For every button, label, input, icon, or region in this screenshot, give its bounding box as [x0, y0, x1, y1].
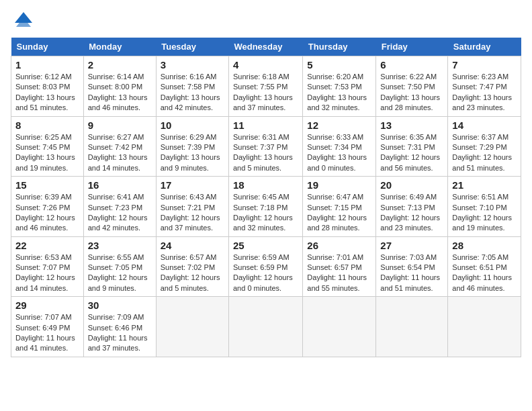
calendar-cell: 23 Sunrise: 6:55 AM Sunset: 7:05 PM Dayl… — [83, 236, 156, 297]
day-number: 3 — [161, 59, 224, 71]
day-number: 22 — [15, 240, 79, 251]
logo — [11, 11, 34, 31]
day-number: 28 — [452, 240, 517, 251]
day-number: 9 — [88, 120, 152, 131]
day-info: Sunrise: 6:49 AM Sunset: 7:13 PM Dayligh… — [380, 192, 443, 234]
day-info: Sunrise: 6:35 AM Sunset: 7:31 PM Dayligh… — [380, 132, 443, 174]
day-info: Sunrise: 6:59 AM Sunset: 6:59 PM Dayligh… — [233, 253, 298, 294]
day-header-tuesday: Tuesday — [156, 38, 228, 56]
calendar-cell: 30 Sunrise: 7:09 AM Sunset: 6:46 PM Dayl… — [83, 297, 156, 357]
day-info: Sunrise: 6:27 AM Sunset: 7:42 PM Dayligh… — [88, 132, 152, 174]
day-info: Sunrise: 6:43 AM Sunset: 7:21 PM Dayligh… — [161, 192, 224, 234]
day-number: 5 — [307, 59, 371, 71]
calendar-cell: 28 Sunrise: 7:05 AM Sunset: 6:51 PM Dayl… — [448, 236, 521, 297]
day-info: Sunrise: 7:05 AM Sunset: 6:51 PM Dayligh… — [452, 253, 517, 294]
calendar-cell: 16 Sunrise: 6:41 AM Sunset: 7:23 PM Dayl… — [83, 177, 156, 237]
calendar-week-4: 22 Sunrise: 6:53 AM Sunset: 7:07 PM Dayl… — [11, 236, 521, 297]
day-number: 4 — [233, 59, 298, 71]
day-info: Sunrise: 7:01 AM Sunset: 6:57 PM Dayligh… — [307, 253, 371, 294]
calendar-cell: 18 Sunrise: 6:45 AM Sunset: 7:18 PM Dayl… — [228, 177, 302, 237]
calendar-cell: 20 Sunrise: 6:49 AM Sunset: 7:13 PM Dayl… — [376, 177, 448, 237]
day-info: Sunrise: 6:29 AM Sunset: 7:39 PM Dayligh… — [161, 132, 224, 174]
day-info: Sunrise: 7:03 AM Sunset: 6:54 PM Dayligh… — [380, 253, 443, 294]
day-info: Sunrise: 6:45 AM Sunset: 7:18 PM Dayligh… — [233, 192, 298, 234]
day-info: Sunrise: 6:57 AM Sunset: 7:02 PM Dayligh… — [161, 253, 224, 294]
day-number: 26 — [307, 240, 371, 251]
day-info: Sunrise: 6:55 AM Sunset: 7:05 PM Dayligh… — [88, 253, 152, 294]
calendar-cell: 5 Sunrise: 6:20 AM Sunset: 7:53 PM Dayli… — [303, 56, 376, 117]
calendar-cell: 25 Sunrise: 6:59 AM Sunset: 6:59 PM Dayl… — [228, 236, 302, 297]
day-info: Sunrise: 7:07 AM Sunset: 6:49 PM Dayligh… — [15, 312, 79, 354]
calendar-cell: 7 Sunrise: 6:23 AM Sunset: 7:47 PM Dayli… — [448, 56, 521, 117]
page-header — [11, 11, 521, 31]
calendar-cell: 22 Sunrise: 6:53 AM Sunset: 7:07 PM Dayl… — [11, 236, 84, 297]
calendar-cell: 9 Sunrise: 6:27 AM Sunset: 7:42 PM Dayli… — [83, 116, 156, 177]
calendar-cell: 14 Sunrise: 6:37 AM Sunset: 7:29 PM Dayl… — [448, 116, 521, 177]
day-info: Sunrise: 6:22 AM Sunset: 7:50 PM Dayligh… — [380, 72, 443, 113]
day-number: 23 — [88, 240, 152, 251]
day-number: 10 — [161, 120, 224, 131]
day-number: 24 — [161, 240, 224, 251]
day-info: Sunrise: 6:18 AM Sunset: 7:55 PM Dayligh… — [233, 72, 298, 113]
day-info: Sunrise: 6:39 AM Sunset: 7:26 PM Dayligh… — [15, 192, 79, 234]
day-info: Sunrise: 6:12 AM Sunset: 8:03 PM Dayligh… — [15, 72, 79, 113]
calendar-week-3: 15 Sunrise: 6:39 AM Sunset: 7:26 PM Dayl… — [11, 177, 521, 237]
day-number: 17 — [161, 179, 224, 191]
day-number: 6 — [380, 59, 443, 71]
calendar-header-row: SundayMondayTuesdayWednesdayThursdayFrid… — [11, 38, 521, 56]
day-number: 21 — [452, 179, 517, 191]
calendar-table: SundayMondayTuesdayWednesdayThursdayFrid… — [11, 38, 521, 357]
day-number: 2 — [88, 59, 152, 71]
calendar-cell: 15 Sunrise: 6:39 AM Sunset: 7:26 PM Dayl… — [11, 177, 84, 237]
calendar-cell — [156, 297, 228, 357]
day-info: Sunrise: 6:41 AM Sunset: 7:23 PM Dayligh… — [88, 192, 152, 234]
day-number: 12 — [307, 120, 371, 131]
day-number: 25 — [233, 240, 298, 251]
calendar-cell: 27 Sunrise: 7:03 AM Sunset: 6:54 PM Dayl… — [376, 236, 448, 297]
calendar-cell: 24 Sunrise: 6:57 AM Sunset: 7:02 PM Dayl… — [156, 236, 228, 297]
day-info: Sunrise: 6:53 AM Sunset: 7:07 PM Dayligh… — [15, 253, 79, 294]
calendar-cell: 26 Sunrise: 7:01 AM Sunset: 6:57 PM Dayl… — [303, 236, 376, 297]
calendar-cell — [228, 297, 302, 357]
day-info: Sunrise: 6:33 AM Sunset: 7:34 PM Dayligh… — [307, 132, 371, 174]
calendar-week-2: 8 Sunrise: 6:25 AM Sunset: 7:45 PM Dayli… — [11, 116, 521, 177]
calendar-cell: 17 Sunrise: 6:43 AM Sunset: 7:21 PM Dayl… — [156, 177, 228, 237]
day-number: 8 — [15, 120, 79, 131]
day-header-monday: Monday — [83, 38, 156, 56]
calendar-cell: 1 Sunrise: 6:12 AM Sunset: 8:03 PM Dayli… — [11, 56, 84, 117]
day-header-thursday: Thursday — [303, 38, 376, 56]
calendar-cell: 13 Sunrise: 6:35 AM Sunset: 7:31 PM Dayl… — [376, 116, 448, 177]
calendar-cell — [448, 297, 521, 357]
day-header-sunday: Sunday — [11, 38, 84, 56]
day-number: 15 — [15, 179, 79, 191]
day-info: Sunrise: 6:14 AM Sunset: 8:00 PM Dayligh… — [88, 72, 152, 113]
calendar-cell: 10 Sunrise: 6:29 AM Sunset: 7:39 PM Dayl… — [156, 116, 228, 177]
logo-icon — [13, 11, 34, 31]
day-info: Sunrise: 6:37 AM Sunset: 7:29 PM Dayligh… — [452, 132, 517, 174]
day-info: Sunrise: 6:47 AM Sunset: 7:15 PM Dayligh… — [307, 192, 371, 234]
calendar-week-5: 29 Sunrise: 7:07 AM Sunset: 6:49 PM Dayl… — [11, 297, 521, 357]
day-number: 11 — [233, 120, 298, 131]
calendar-cell — [376, 297, 448, 357]
day-info: Sunrise: 6:31 AM Sunset: 7:37 PM Dayligh… — [233, 132, 298, 174]
day-number: 19 — [307, 179, 371, 191]
calendar-cell: 3 Sunrise: 6:16 AM Sunset: 7:58 PM Dayli… — [156, 56, 228, 117]
day-info: Sunrise: 6:23 AM Sunset: 7:47 PM Dayligh… — [452, 72, 517, 113]
day-number: 13 — [380, 120, 443, 131]
day-header-wednesday: Wednesday — [228, 38, 302, 56]
calendar-cell: 12 Sunrise: 6:33 AM Sunset: 7:34 PM Dayl… — [303, 116, 376, 177]
day-number: 30 — [88, 300, 152, 311]
day-info: Sunrise: 6:20 AM Sunset: 7:53 PM Dayligh… — [307, 72, 371, 113]
day-number: 27 — [380, 240, 443, 251]
day-number: 14 — [452, 120, 517, 131]
day-info: Sunrise: 6:16 AM Sunset: 7:58 PM Dayligh… — [161, 72, 224, 113]
calendar-cell: 21 Sunrise: 6:51 AM Sunset: 7:10 PM Dayl… — [448, 177, 521, 237]
calendar-cell: 6 Sunrise: 6:22 AM Sunset: 7:50 PM Dayli… — [376, 56, 448, 117]
calendar-week-1: 1 Sunrise: 6:12 AM Sunset: 8:03 PM Dayli… — [11, 56, 521, 117]
day-number: 20 — [380, 179, 443, 191]
calendar-cell — [303, 297, 376, 357]
calendar-cell: 8 Sunrise: 6:25 AM Sunset: 7:45 PM Dayli… — [11, 116, 84, 177]
day-number: 1 — [15, 59, 79, 71]
day-info: Sunrise: 6:25 AM Sunset: 7:45 PM Dayligh… — [15, 132, 79, 174]
day-info: Sunrise: 7:09 AM Sunset: 6:46 PM Dayligh… — [88, 312, 152, 354]
